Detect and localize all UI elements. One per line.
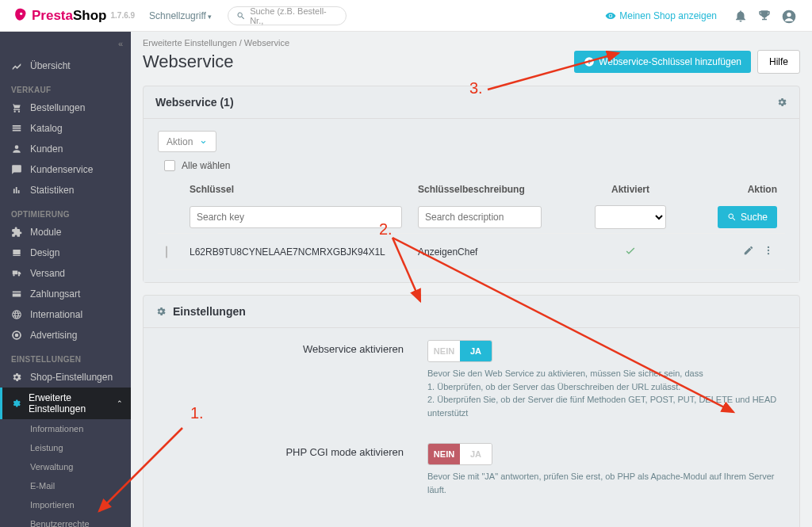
nav-section-improve: OPTIMIERUNG	[0, 200, 131, 222]
col-desc[interactable]: Schlüsselbeschreibung	[410, 178, 571, 201]
nav-dashboard[interactable]: Übersicht	[0, 55, 131, 76]
switch-no: NEIN	[428, 444, 460, 464]
breadcrumb-current: Webservice	[244, 38, 289, 48]
svg-point-4	[768, 253, 769, 254]
row-checkbox[interactable]	[166, 246, 167, 258]
filter-key-input[interactable]	[190, 206, 402, 228]
chevron-up-icon: ⌃	[117, 399, 123, 407]
check-icon[interactable]	[624, 244, 637, 257]
search-icon	[727, 212, 737, 222]
select-all-label: Alle wählen	[182, 160, 230, 171]
add-webservice-key-button[interactable]: Webservice-Schlüssel hinzufügen	[574, 51, 751, 73]
nav-payment[interactable]: Zahlungsart	[0, 284, 131, 304]
panel-title-settings: Einstellungen	[173, 305, 246, 318]
nav-sub-team[interactable]: Benutzerrechte	[0, 514, 131, 527]
nav-customers[interactable]: Kunden	[0, 139, 131, 159]
nav-international[interactable]: International	[0, 304, 131, 325]
notifications-icon[interactable]	[733, 9, 748, 23]
nav-design[interactable]: Design	[0, 242, 131, 263]
switch-yes: JA	[460, 341, 492, 361]
svg-point-2	[768, 246, 769, 248]
more-vert-icon	[763, 245, 774, 256]
nav-shop-params[interactable]: Shop-Einstellungen	[0, 367, 131, 388]
logo: PrestaShop 1.7.6.9	[12, 8, 135, 24]
nav-advertising[interactable]: Advertising	[0, 325, 131, 346]
search-icon	[236, 11, 246, 21]
pencil-icon	[743, 245, 754, 256]
nav-orders[interactable]: Bestellungen	[0, 97, 131, 118]
prestashop-icon	[12, 7, 28, 23]
more-button[interactable]	[760, 242, 777, 262]
profile-icon[interactable]	[781, 9, 795, 23]
svg-point-1	[787, 12, 791, 16]
panel-title-webservice: Webservice (1)	[155, 96, 234, 109]
nav-catalog[interactable]: Katalog	[0, 118, 131, 139]
collapse-sidebar-button[interactable]: «	[0, 32, 131, 55]
webservice-table: Schlüssel Schlüsselbeschreibung Aktivier…	[158, 178, 785, 270]
nav-stats[interactable]: Statistiken	[0, 180, 131, 200]
search-placeholder: Suche (z.B. Bestell-Nr.,	[250, 6, 338, 25]
logo-part1: Presta	[32, 8, 73, 23]
main-content: Erweiterte Einstellungen / Webservice We…	[131, 32, 812, 527]
add-key-label: Webservice-Schlüssel hinzufügen	[599, 56, 741, 67]
nav-sub-email[interactable]: E-Mail	[0, 476, 131, 495]
breadcrumb: Erweiterte Einstellungen / Webservice	[143, 32, 800, 50]
col-key[interactable]: Schlüssel	[182, 178, 410, 201]
col-active[interactable]: Aktiviert	[571, 178, 690, 201]
version-label: 1.7.6.9	[110, 11, 135, 20]
view-shop-label: Meinen Shop anzeigen	[619, 10, 717, 21]
nav-section-configure: EINSTELLUNGEN	[0, 346, 131, 367]
switch-no: NEIN	[428, 341, 460, 361]
cgi-help-text: Bevor Sie mit "JA" antworten, prüfen Sie…	[427, 470, 784, 496]
nav-shipping[interactable]: Versand	[0, 263, 131, 284]
breadcrumb-parent[interactable]: Erweiterte Einstellungen	[143, 38, 237, 48]
edit-button[interactable]	[740, 242, 757, 262]
help-button[interactable]: Hilfe	[757, 50, 800, 74]
cgi-label: PHP CGI mode aktivieren	[158, 443, 427, 458]
nav-section-sell: VERKAUF	[0, 76, 131, 97]
select-all-checkbox[interactable]	[164, 160, 175, 171]
nav-sub-performance[interactable]: Leistung	[0, 438, 131, 457]
quick-access-dropdown[interactable]: Schnellzugriff	[149, 10, 212, 21]
svg-point-3	[768, 250, 769, 251]
webservice-list-panel: Webservice (1) Aktion Alle wählen Schlüs…	[143, 86, 800, 283]
table-row[interactable]: L62RB9TU8CYNELAAE7NCMRXGBJK94X1L Anzeige…	[158, 234, 785, 270]
logo-part2: Shop	[73, 8, 107, 23]
search-button[interactable]: Suche	[718, 206, 777, 228]
ws-activate-label: Webservice aktivieren	[158, 340, 427, 355]
switch-yes: JA	[460, 444, 492, 464]
nav-sub-info[interactable]: Informationen	[0, 419, 131, 438]
gear-icon	[155, 306, 167, 317]
page-title: Webservice	[143, 52, 574, 72]
bulk-action-dropdown[interactable]: Aktion	[158, 131, 216, 152]
search-input[interactable]: Suche (z.B. Bestell-Nr.,	[228, 6, 347, 25]
col-action: Aktion	[690, 178, 785, 201]
cgi-switch[interactable]: NEIN JA	[427, 443, 492, 465]
nav-customer-service[interactable]: Kundenservice	[0, 159, 131, 180]
view-shop-link[interactable]: Meinen Shop anzeigen	[605, 10, 717, 21]
nav-sub-import[interactable]: Importieren	[0, 495, 131, 514]
ws-activate-switch[interactable]: NEIN JA	[427, 340, 492, 362]
row-desc: AnzeigenChef	[410, 234, 571, 270]
nav-modules[interactable]: Module	[0, 222, 131, 242]
ws-help-text: Bevor Sie den Web Service zu aktivieren,…	[427, 367, 784, 419]
filter-active-select[interactable]	[595, 205, 666, 229]
sidebar: « Übersicht VERKAUF Bestellungen Katalog…	[0, 32, 131, 527]
trophy-icon[interactable]	[757, 9, 772, 23]
nav-advanced[interactable]: Erweiterte Einstellungen⌃	[0, 388, 131, 419]
row-key: L62RB9TU8CYNELAAE7NCMRXGBJK94X1L	[182, 234, 410, 270]
topbar: PrestaShop 1.7.6.9 Schnellzugriff Suche …	[0, 0, 812, 32]
nav-sub-admin[interactable]: Verwaltung	[0, 457, 131, 476]
settings-panel: Einstellungen Webservice aktivieren NEIN…	[143, 295, 800, 527]
filter-desc-input[interactable]	[418, 206, 542, 228]
gear-icon[interactable]	[776, 97, 787, 108]
eye-icon	[605, 10, 616, 21]
plus-circle-icon	[584, 56, 595, 67]
search-button-label: Suche	[741, 212, 768, 223]
